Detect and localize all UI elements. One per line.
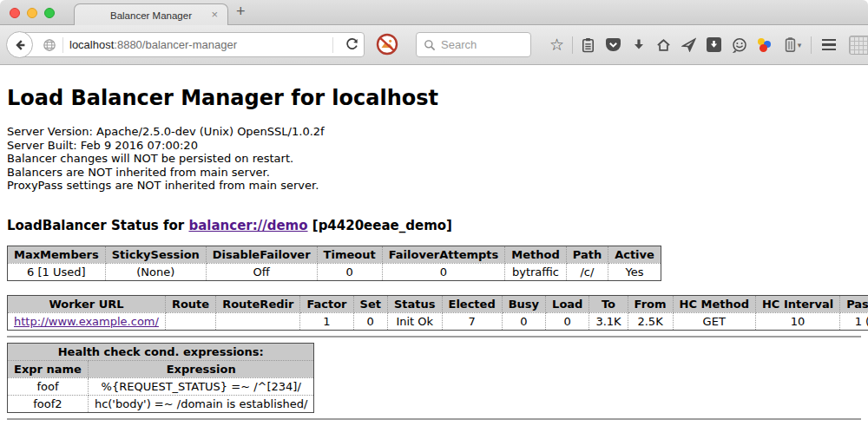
table-header-row: Expr name Expression [8, 360, 314, 377]
cell-path: /c/ [566, 263, 608, 280]
cell-expr-name: foof2 [8, 395, 89, 412]
cell-failoverattempts: 0 [382, 263, 505, 280]
toolbar-buttons: ☆ [544, 25, 868, 64]
smiley-icon [732, 37, 747, 53]
cell-expr-name: foof [8, 377, 89, 395]
tab-balancer-manager[interactable]: Balancer Manager × [74, 3, 228, 26]
downloads-button[interactable] [626, 38, 651, 52]
url-host: localhost [69, 38, 114, 51]
home-icon [656, 37, 671, 52]
col-disablefailover: DisableFailover [206, 246, 317, 263]
health-check-table: Health check cond. expressions: Expr nam… [7, 343, 314, 413]
star-icon: ☆ [549, 36, 564, 53]
url-divider [332, 37, 333, 53]
browser-window: Balancer Manager × + localho [0, 0, 868, 426]
traffic-lights [10, 8, 55, 18]
divider [7, 336, 861, 338]
table-header-row: Worker URL Route RouteRedir Factor Set S… [8, 295, 868, 312]
cell-hc-method: GET [673, 312, 755, 330]
col-elected: Elected [442, 295, 502, 312]
window-close-button[interactable] [10, 8, 20, 18]
col-route: Route [165, 295, 215, 312]
cell-stickysession: (None) [105, 263, 206, 280]
col-method: Method [505, 246, 566, 263]
persist-note-line: Balancer changes will NOT be persisted o… [7, 152, 861, 166]
url-bar[interactable]: localhost:8880/balancer-manager [21, 32, 365, 57]
cell-routeredir [216, 312, 300, 330]
reload-button[interactable] [339, 38, 358, 51]
download-icon [632, 38, 646, 52]
balancer-table: MaxMembers StickySession DisableFailover… [7, 246, 661, 281]
cell-elected: 7 [442, 312, 502, 330]
grid-icon [849, 36, 868, 55]
health-table-caption: Health check cond. expressions: [8, 343, 314, 360]
col-path: Path [566, 246, 608, 263]
col-status: Status [387, 295, 442, 312]
col-expression: Expression [88, 360, 314, 377]
pocket-icon [606, 38, 621, 51]
bookmark-star-button[interactable]: ☆ [544, 36, 569, 53]
cell-hc-interval: 10 [755, 312, 839, 330]
cell-timeout: 0 [317, 263, 382, 280]
color-picker-button[interactable] [752, 37, 777, 52]
col-hc-interval: HC Interval [755, 295, 839, 312]
worker-table: Worker URL Route RouteRedir Factor Set S… [7, 295, 868, 331]
menu-button[interactable] [814, 39, 844, 51]
search-bar[interactable] [416, 32, 531, 57]
new-tab-button[interactable]: + [236, 3, 246, 21]
container-button[interactable]: ▾ [777, 36, 808, 53]
clipboard-icon [581, 37, 595, 53]
cell-set: 0 [353, 312, 387, 330]
home-button[interactable] [651, 37, 676, 52]
cell-busy: 0 [502, 312, 545, 330]
table-row: 6 [1 Used] (None) Off 0 0 bytraffic /c/ … [8, 263, 661, 280]
cell-active: Yes [608, 263, 661, 280]
table-row: foof %{REQUEST_STATUS} =~ /^[234]/ [8, 377, 314, 395]
window-minimize-button[interactable] [27, 8, 37, 18]
toolbar-divider [811, 36, 812, 54]
cell-disablefailover: Off [206, 263, 317, 280]
send-button[interactable] [676, 37, 701, 52]
server-info: Server Version: Apache/2.5.0-dev (Unix) … [7, 125, 861, 193]
paper-plane-icon [681, 37, 696, 52]
col-factor: Factor [300, 295, 353, 312]
dropdown-caret-icon: ▾ [798, 41, 802, 49]
back-arrow-icon [13, 38, 27, 52]
reading-list-button[interactable] [575, 37, 601, 53]
col-worker-url: Worker URL [8, 295, 166, 312]
status-heading-prefix: LoadBalancer Status for [7, 218, 184, 233]
tiles-button[interactable] [844, 36, 868, 55]
balancer-demo-link[interactable]: balancer://demo [188, 218, 307, 233]
col-to: To [589, 295, 628, 312]
tab-title: Balancer Manager [110, 10, 192, 21]
window-zoom-button[interactable] [44, 8, 55, 18]
tab-close-icon[interactable]: × [211, 9, 218, 21]
cell-factor: 1 [300, 312, 353, 330]
table-header-row: MaxMembers StickySession DisableFailover… [8, 246, 661, 263]
globe-icon [43, 38, 56, 52]
cell-from: 2.5K [628, 312, 673, 330]
back-button[interactable] [6, 31, 33, 58]
col-stickysession: StickySession [105, 246, 206, 263]
col-routeredir: RouteRedir [216, 295, 300, 312]
page-content: Load Balancer Manager for localhost Serv… [0, 65, 868, 425]
search-icon [424, 39, 436, 51]
search-input[interactable] [441, 38, 521, 51]
col-active: Active [608, 246, 661, 263]
video-download-button[interactable] [701, 37, 727, 52]
tab-bar: Balancer Manager × + [0, 0, 868, 25]
cell-status: Init Ok [387, 312, 442, 330]
reload-icon [345, 38, 358, 51]
download-box-icon [707, 37, 721, 52]
cell-route [165, 312, 215, 330]
worker-url-link[interactable]: http://www.example.com/ [14, 315, 159, 328]
url-divider [62, 37, 63, 53]
pocket-button[interactable] [601, 38, 626, 51]
container-icon [784, 36, 797, 53]
navigation-toolbar: localhost:8880/balancer-manager [0, 25, 868, 65]
divider [7, 418, 861, 420]
feedback-button[interactable] [727, 37, 752, 53]
col-failoverattempts: FailoverAttempts [382, 246, 505, 263]
col-passes: Passes [840, 295, 868, 312]
image-blocker-icon[interactable] [376, 33, 398, 56]
